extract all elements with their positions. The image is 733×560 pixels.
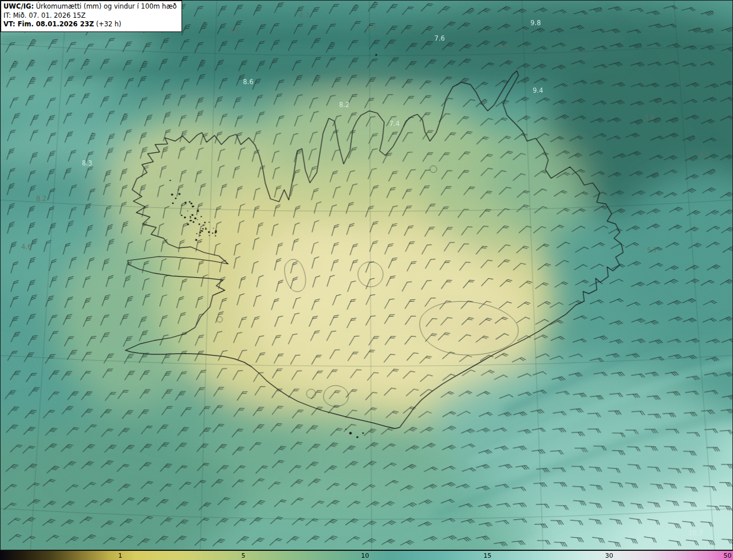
map-canvas: 4.74.64.37.64.59.88.68.27.49.43.94.18.38…: [1, 1, 732, 550]
colorbar-tick-label: 1: [118, 552, 122, 559]
precipitation-wind-map: 4.74.64.37.64.59.88.68.27.49.43.94.18.38…: [0, 0, 733, 560]
init-time-line: IT: Mið. 07. 01. 2026 15Z: [3, 11, 177, 21]
colorbar-tick-label: 30: [605, 552, 613, 559]
colorbar-tick-label: 50: [723, 552, 731, 559]
info-line-title: UWC/IG: Úrkomumætti (mm) og vindur í 100…: [3, 2, 177, 11]
colorbar-tick-label: 10: [361, 552, 369, 559]
colorbar-tick-label: 15: [483, 552, 491, 559]
model-id-label: UWC/IG:: [3, 2, 34, 10]
valid-time-line: VT: Fim. 08.01.2026 23Z (+32 h): [3, 20, 177, 29]
product-title: Úrkomumætti (mm) og vindur í 100m hæð: [36, 2, 177, 10]
map-area: 4.74.64.37.64.59.88.68.27.49.43.94.18.38…: [0, 0, 733, 550]
grain-overlay: [1, 1, 732, 550]
colorbar-tick-label: 5: [241, 552, 245, 559]
precipitation-scale: 1510153050: [0, 550, 733, 560]
valid-time: VT: Fim. 08.01.2026 23Z: [3, 20, 94, 28]
lead-time: (+32 h): [96, 20, 121, 28]
forecast-info-box: UWC/IG: Úrkomumætti (mm) og vindur í 100…: [1, 1, 182, 32]
colorbar-tick-labels: 1510153050: [0, 551, 733, 560]
